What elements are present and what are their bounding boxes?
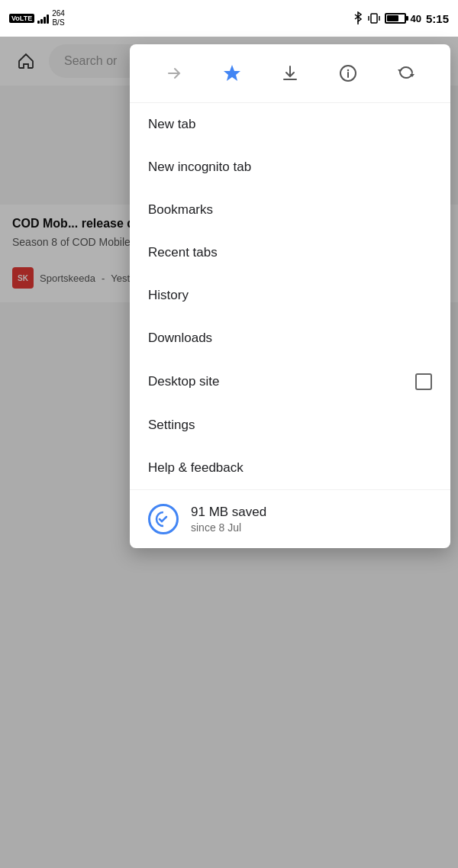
menu-items-list: New tabNew incognito tabBookmarksRecent … bbox=[130, 103, 450, 489]
bluetooth-icon bbox=[353, 11, 363, 25]
data-speed: 264 B/S bbox=[52, 9, 65, 27]
menu-item-new-tab[interactable]: New tab bbox=[130, 103, 450, 146]
signal-bars bbox=[37, 13, 49, 24]
menu-item-checkbox-desktop-site[interactable] bbox=[415, 373, 432, 390]
volte-badge: VoLTE bbox=[9, 14, 34, 23]
info-icon bbox=[339, 64, 357, 82]
download-icon bbox=[281, 64, 299, 82]
menu-item-bookmarks[interactable]: Bookmarks bbox=[130, 189, 450, 231]
menu-item-label-new-incognito-tab: New incognito tab bbox=[148, 160, 251, 175]
dropdown-menu: New tabNew incognito tabBookmarksRecent … bbox=[130, 44, 450, 548]
battery-tip bbox=[406, 16, 408, 21]
signal-bar-4 bbox=[47, 15, 49, 24]
battery-icon bbox=[385, 13, 406, 24]
menu-item-label-bookmarks: Bookmarks bbox=[148, 202, 213, 218]
status-bar: VoLTE 264 B/S 40 5:15 bbox=[0, 0, 458, 37]
menu-item-downloads[interactable]: Downloads bbox=[130, 317, 450, 360]
signal-bar-3 bbox=[44, 17, 46, 24]
info-button[interactable] bbox=[331, 56, 365, 90]
data-saved-icon bbox=[148, 504, 179, 534]
battery-percent: 40 bbox=[411, 13, 421, 24]
menu-item-label-downloads: Downloads bbox=[148, 331, 212, 346]
menu-item-label-desktop-site: Desktop site bbox=[148, 374, 220, 389]
signal-bar-2 bbox=[40, 19, 43, 24]
data-saved-amount: 91 MB saved bbox=[191, 505, 266, 520]
menu-item-label-settings: Settings bbox=[148, 418, 195, 433]
menu-item-settings[interactable]: Settings bbox=[130, 404, 450, 447]
time-display: 5:15 bbox=[426, 12, 449, 25]
menu-item-history[interactable]: History bbox=[130, 274, 450, 317]
signal-bar-1 bbox=[37, 21, 40, 24]
refresh-icon bbox=[397, 64, 415, 82]
menu-item-label-history: History bbox=[148, 288, 189, 303]
status-bar-left: VoLTE 264 B/S bbox=[9, 9, 65, 27]
svg-marker-8 bbox=[224, 65, 240, 81]
forward-icon bbox=[165, 64, 183, 82]
menu-item-label-recent-tabs: Recent tabs bbox=[148, 245, 218, 260]
bookmark-button[interactable] bbox=[215, 56, 249, 90]
data-saved-text: 91 MB saved since 8 Jul bbox=[191, 505, 266, 534]
battery-fill bbox=[387, 15, 398, 21]
data-saved-date: since 8 Jul bbox=[191, 521, 266, 534]
download-button[interactable] bbox=[273, 56, 307, 90]
forward-button[interactable] bbox=[157, 56, 191, 90]
menu-item-recent-tabs[interactable]: Recent tabs bbox=[130, 231, 450, 274]
menu-item-desktop-site[interactable]: Desktop site bbox=[130, 360, 450, 404]
vibrate-icon bbox=[368, 11, 380, 25]
menu-item-help-feedback[interactable]: Help & feedback bbox=[130, 447, 450, 489]
menu-item-label-new-tab: New tab bbox=[148, 117, 195, 132]
menu-item-new-incognito-tab[interactable]: New incognito tab bbox=[130, 146, 450, 189]
status-bar-right: 40 5:15 bbox=[353, 11, 450, 25]
data-saved-section: 91 MB saved since 8 Jul bbox=[130, 489, 450, 548]
refresh-button[interactable] bbox=[389, 56, 423, 90]
menu-toolbar bbox=[130, 44, 450, 103]
data-saved-check-icon bbox=[154, 510, 173, 528]
star-icon bbox=[222, 63, 242, 83]
menu-item-label-help-feedback: Help & feedback bbox=[148, 460, 244, 476]
svg-rect-1 bbox=[371, 14, 377, 23]
svg-marker-12 bbox=[398, 69, 402, 73]
